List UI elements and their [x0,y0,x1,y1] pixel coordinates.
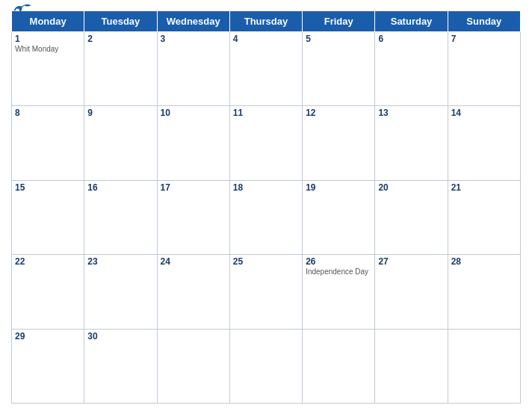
day-number: 4 [233,34,299,44]
day-number: 8 [15,108,81,118]
day-number: 10 [161,108,226,118]
table-row: 8 [12,106,84,180]
col-thursday: Thursday [229,11,302,32]
day-number: 9 [87,108,153,118]
table-row: 23 [84,255,157,329]
day-number: 22 [15,256,81,267]
day-number: 24 [161,256,226,267]
table-row: 27 [375,255,448,329]
day-number: 29 [15,331,81,342]
table-row: 21 [448,180,520,254]
holiday-label: Independence Day [306,268,371,276]
table-row: 11 [229,106,302,180]
day-number: 25 [233,256,299,267]
day-number: 28 [451,256,517,267]
day-number: 16 [87,182,153,193]
table-row: 16 [84,180,157,254]
table-row [375,329,448,403]
calendar-week-row: 2223242526Independence Day2728 [12,255,521,329]
day-number: 2 [87,34,153,44]
col-friday: Friday [303,11,375,32]
table-row: 3 [157,32,229,106]
col-sunday: Sunday [448,11,520,32]
table-row [157,329,229,403]
table-row: 19 [303,180,375,254]
day-number: 26 [306,256,371,267]
day-number: 19 [306,182,371,193]
calendar-week-row: 15161718192021 [12,180,521,254]
day-number: 11 [233,108,299,118]
table-row: 18 [229,180,302,254]
table-row: 28 [448,255,520,329]
table-row: 13 [375,106,448,180]
day-number: 30 [87,331,153,342]
day-number: 21 [451,182,517,193]
day-number: 5 [306,34,371,44]
day-number: 18 [233,182,299,193]
table-row [229,329,302,403]
day-number: 17 [161,182,226,193]
day-number: 23 [87,256,153,267]
table-row: 7 [448,32,520,106]
table-row: 25 [229,255,302,329]
col-tuesday: Tuesday [84,11,157,32]
table-row: 2 [84,32,157,106]
day-number: 6 [378,34,444,44]
generalblue-logo [11,0,32,15]
day-number: 12 [306,108,371,118]
table-row: 20 [375,180,448,254]
day-number: 14 [451,108,517,118]
calendar-week-row: 891011121314 [12,106,521,180]
table-row: 1Whit Monday [12,32,84,106]
day-number: 27 [378,256,444,267]
table-row [303,329,375,403]
day-number: 20 [378,182,444,193]
col-saturday: Saturday [375,11,448,32]
table-row: 5 [303,32,375,106]
table-row: 14 [448,106,520,180]
table-row: 22 [12,255,84,329]
table-row: 29 [12,329,84,403]
calendar-table: Monday Tuesday Wednesday Thursday Friday… [11,10,521,404]
table-row: 6 [375,32,448,106]
table-row: 30 [84,329,157,403]
day-number: 13 [378,108,444,118]
table-row: 10 [157,106,229,180]
weekday-header-row: Monday Tuesday Wednesday Thursday Friday… [12,11,521,32]
holiday-label: Whit Monday [15,45,81,53]
day-number: 1 [15,34,81,44]
col-wednesday: Wednesday [157,11,229,32]
day-number: 3 [161,34,226,44]
table-row: 9 [84,106,157,180]
table-row: 26Independence Day [303,255,375,329]
calendar-week-row: 1Whit Monday234567 [12,32,521,106]
table-row: 4 [229,32,302,106]
table-row: 15 [12,180,84,254]
table-row: 24 [157,255,229,329]
day-number: 15 [15,182,81,193]
calendar-week-row: 2930 [12,329,521,403]
table-row [448,329,520,403]
table-row: 17 [157,180,229,254]
day-number: 7 [451,34,517,44]
table-row: 12 [303,106,375,180]
